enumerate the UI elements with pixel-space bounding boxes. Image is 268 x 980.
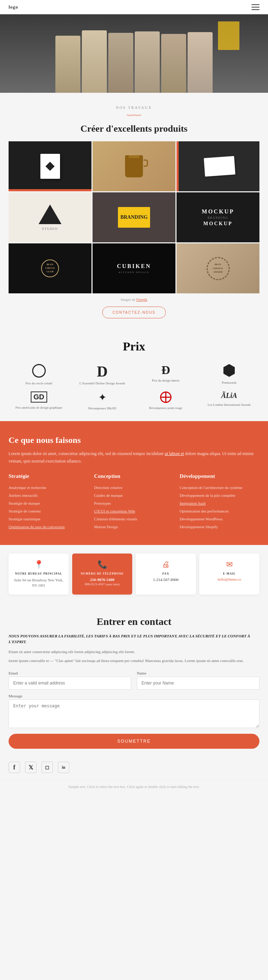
name-label: Name — [137, 671, 259, 675]
logo: logo — [9, 4, 18, 10]
email-title: E-MAIL — [203, 572, 256, 575]
footer-note: Sample text. Click to select the text bo… — [9, 785, 259, 789]
developpement-title: Développement — [180, 473, 259, 479]
award-dansk: Ð Prix du design danois — [136, 364, 196, 386]
conception-column: Conception Direction créative Guides de … — [94, 473, 174, 531]
form-body2: lorem ipsum consvallis et — "Clas apten"… — [9, 657, 259, 664]
office-text: Suite 94 rue Broadway New York, NY 1001 — [12, 578, 65, 588]
submit-button[interactable]: SOUMETTRE — [9, 734, 259, 749]
grid-item-4[interactable]: STUDIO — [9, 192, 91, 242]
cercle-icon — [32, 364, 46, 378]
phone-icon: 📞 — [76, 560, 129, 569]
award-label: Récompenses D&AD — [88, 406, 116, 411]
lia-icon: ÃLiA — [221, 391, 237, 400]
award-pentawards: Pentawards — [199, 364, 260, 386]
grid-item-9[interactable]: BESTCHOICEAWARD — [177, 243, 259, 293]
email-address: hello@theme.co — [203, 578, 256, 581]
conception-item-4[interactable]: UX/UI et conception Web — [94, 507, 174, 515]
phone-number-1: 216-9876-5400 — [76, 578, 129, 582]
award-rouge: Récompenses point rouge — [136, 391, 196, 411]
conception-item-1: Direction créative — [94, 484, 174, 492]
award-label: Prix américains de design graphique — [15, 406, 62, 410]
dev-item-1: Conception de l'architecture du système — [180, 484, 259, 492]
award-label: Pentawards — [222, 380, 237, 385]
award-gd: GD Prix américains de design graphique — [9, 391, 69, 411]
grid-item-3[interactable] — [177, 141, 259, 191]
grid-item-6[interactable]: MOCKUP BRANDING MOCKUP — [177, 192, 259, 242]
conception-item-3: Prototypes — [94, 499, 174, 507]
section-label: NOS TRAVAUX — [9, 106, 259, 110]
conception-item-2: Guides de marque — [94, 492, 174, 499]
strategie-item-3: Stratégie de marque — [9, 499, 88, 507]
conception-title: Conception — [94, 473, 174, 479]
award-dieline: D L'Assemblé Dieline Design Awards — [72, 364, 133, 386]
strategie-item-1: Analytique et recherche — [9, 484, 88, 492]
message-input[interactable] — [9, 700, 259, 728]
award-label: Récompenses point rouge — [149, 406, 182, 410]
conception-item-6: Motion Design — [94, 523, 174, 531]
award-label: Les London International Awards — [207, 402, 250, 407]
dev-item-3[interactable]: Intégration SaaS — [180, 499, 259, 507]
strategie-column: Stratégie Analytique et recherche Atelie… — [9, 473, 88, 531]
award-lia: ÃLiA Les London International Awards — [199, 391, 260, 411]
services-intro: Lorem ipsum dolor sit amet, consectetur … — [9, 450, 259, 465]
section-title: Créer d'excellents produits — [9, 124, 259, 134]
instagram-icon[interactable]: ◻ — [41, 762, 53, 773]
office-card: 📍 NOTRE BUREAU PRINCIPAL Suite 94 rue Br… — [9, 554, 69, 595]
dev-item-2: Développement de la pile complète — [180, 492, 259, 499]
twitter-icon[interactable]: 𝕏 — [25, 762, 37, 773]
contact-form-section: Entrer en contact NOUS POUVONS ASSURER L… — [0, 603, 268, 757]
grid-item-5[interactable]: BRANDING — [93, 192, 175, 242]
strategie-item-5: Stratégie touristique — [9, 515, 88, 523]
dev-item-6: Développement Shopify — [180, 523, 259, 531]
strategie-item-2: Ateliers interactifs — [9, 492, 88, 499]
services-link[interactable]: ut labore et — [165, 451, 184, 456]
grid-item-7[interactable]: BLUECIRCLECLUB — [9, 243, 91, 293]
grid-item-2[interactable] — [93, 141, 175, 191]
grid-item-8[interactable]: CUBIKEN KITCHEN DESIGN — [93, 243, 175, 293]
fax-card: 🖨 FAX 1-214-567-8900 — [136, 554, 196, 595]
award-dad: ✦ Récompenses D&AD — [72, 391, 133, 411]
strategie-item-4: Stratégie de contenu — [9, 507, 88, 515]
awards-grid-bottom: GD Prix américains de design graphique ✦… — [9, 391, 259, 411]
contact-button[interactable]: CONTACTEZ-NOUS — [102, 307, 166, 318]
office-title: NOTRE BUREAU PRINCIPAL — [12, 572, 65, 575]
strategie-item-6[interactable]: Optimisation du taux de conversion — [9, 523, 88, 531]
email-card: ✉ E-MAIL hello@theme.co — [199, 554, 259, 595]
name-input[interactable] — [137, 677, 259, 689]
awards-grid-top: Prix du cercle créatif D L'Assemblé Diel… — [9, 364, 259, 386]
office-icon: 📍 — [12, 560, 65, 569]
fax-number: 1-214-567-8900 — [139, 578, 192, 582]
grid-item-1[interactable] — [9, 141, 91, 191]
hero-section — [0, 14, 268, 93]
hamburger-menu[interactable] — [252, 4, 259, 10]
form-title: Entrer en contact — [9, 616, 259, 627]
services-title: Ce que nous faisons — [9, 435, 259, 445]
phone-title: NUMÉRO DE TÉLÉPHONE — [76, 572, 129, 575]
social-bar: f 𝕏 ◻ in — [0, 757, 268, 780]
form-row-top: Email Name — [9, 671, 259, 689]
dev-item-5: Développement WordPress. — [180, 515, 259, 523]
email-input[interactable] — [9, 677, 131, 689]
facebook-icon[interactable]: f — [9, 762, 20, 773]
d2-icon: Ð — [161, 364, 170, 376]
message-field-container: Message — [9, 694, 259, 729]
services-columns: Stratégie Analytique et recherche Atelie… — [9, 473, 259, 531]
wavy-divider: 〰〰 — [9, 112, 259, 120]
strategie-title: Stratégie — [9, 473, 88, 479]
fax-title: FAX — [139, 572, 192, 575]
freepik-note: Images de Freepik — [9, 298, 259, 302]
award-cercle: Prix du cercle créatif — [9, 364, 69, 386]
freepik-link[interactable]: Freepik — [136, 298, 147, 302]
portfolio-grid: STUDIO BRANDING MOCKUP BRANDING MOCKUP B… — [9, 141, 259, 293]
form-subtitle: NOUS POUVONS ASSURER LA FIABILITÉ, LES T… — [9, 633, 259, 645]
message-label: Message — [9, 694, 259, 698]
email-icon: ✉ — [203, 560, 256, 569]
dev-item-4: Optimisation des performances — [180, 507, 259, 515]
linkedin-icon[interactable]: in — [58, 762, 69, 773]
gd-icon: GD — [31, 391, 47, 402]
contact-cards: 📍 NOTRE BUREAU PRINCIPAL Suite 94 rue Br… — [0, 545, 268, 603]
prix-section: Prix Prix du cercle créatif D L'Assemblé… — [0, 326, 268, 421]
developpement-column: Développement Conception de l'architectu… — [180, 473, 259, 531]
phone-number-2: 888-0123-4567 (sans frais) — [76, 582, 129, 586]
